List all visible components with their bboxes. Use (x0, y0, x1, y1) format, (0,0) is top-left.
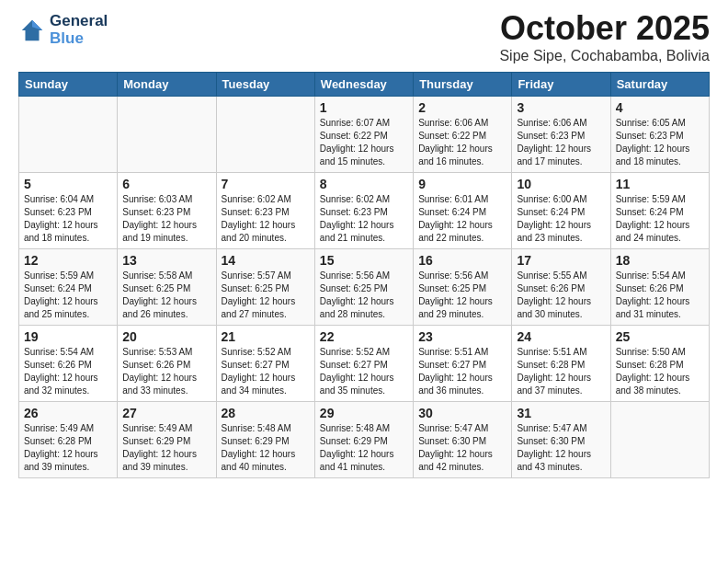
day-number: 29 (320, 406, 408, 420)
day-info: Sunrise: 6:04 AM Sunset: 6:23 PM Dayligh… (24, 193, 112, 245)
day-number: 3 (517, 100, 605, 115)
calendar-cell: 27Sunrise: 5:49 AM Sunset: 6:29 PM Dayli… (118, 402, 216, 478)
logo-icon (18, 17, 46, 44)
calendar-cell: 14Sunrise: 5:57 AM Sunset: 6:25 PM Dayli… (216, 249, 314, 326)
day-number: 9 (418, 177, 506, 191)
calendar-cell: 1Sunrise: 6:07 AM Sunset: 6:22 PM Daylig… (314, 97, 413, 173)
weekday-header-row: SundayMondayTuesdayWednesdayThursdayFrid… (19, 73, 710, 97)
calendar-cell: 10Sunrise: 6:00 AM Sunset: 6:24 PM Dayli… (512, 173, 610, 249)
day-number: 8 (320, 177, 408, 191)
logo-text-line2: Blue (50, 30, 108, 48)
day-number: 19 (24, 329, 112, 344)
title-section: October 2025 Sipe Sipe, Cochabamba, Boli… (499, 9, 710, 64)
calendar-cell: 28Sunrise: 5:48 AM Sunset: 6:29 PM Dayli… (216, 402, 314, 478)
day-number: 14 (222, 253, 310, 268)
day-number: 23 (418, 329, 506, 344)
day-info: Sunrise: 5:59 AM Sunset: 6:24 PM Dayligh… (24, 270, 112, 321)
day-number: 18 (616, 253, 704, 268)
calendar-cell: 24Sunrise: 5:51 AM Sunset: 6:28 PM Dayli… (512, 326, 610, 402)
calendar-cell: 30Sunrise: 5:47 AM Sunset: 6:30 PM Dayli… (414, 402, 512, 478)
day-info: Sunrise: 5:59 AM Sunset: 6:24 PM Dayligh… (616, 193, 704, 245)
day-info: Sunrise: 5:49 AM Sunset: 6:29 PM Dayligh… (122, 422, 210, 474)
weekday-header-wednesday: Wednesday (314, 73, 413, 97)
calendar-cell: 25Sunrise: 5:50 AM Sunset: 6:28 PM Dayli… (610, 326, 709, 402)
day-info: Sunrise: 6:02 AM Sunset: 6:23 PM Dayligh… (320, 193, 408, 245)
day-info: Sunrise: 5:54 AM Sunset: 6:26 PM Dayligh… (24, 346, 112, 397)
day-number: 4 (616, 100, 704, 115)
day-number: 24 (517, 329, 605, 344)
day-number: 6 (122, 177, 210, 191)
day-info: Sunrise: 6:06 AM Sunset: 6:22 PM Dayligh… (418, 117, 506, 168)
day-info: Sunrise: 5:56 AM Sunset: 6:25 PM Dayligh… (320, 270, 408, 321)
weekday-header-tuesday: Tuesday (216, 73, 314, 97)
day-info: Sunrise: 5:52 AM Sunset: 6:27 PM Dayligh… (222, 346, 310, 397)
calendar-cell: 5Sunrise: 6:04 AM Sunset: 6:23 PM Daylig… (19, 173, 118, 249)
day-info: Sunrise: 5:52 AM Sunset: 6:27 PM Dayligh… (320, 346, 408, 397)
calendar-cell: 16Sunrise: 5:56 AM Sunset: 6:25 PM Dayli… (414, 249, 512, 326)
day-info: Sunrise: 6:03 AM Sunset: 6:23 PM Dayligh… (122, 193, 210, 245)
day-info: Sunrise: 6:05 AM Sunset: 6:23 PM Dayligh… (616, 117, 704, 168)
day-number: 26 (24, 406, 112, 420)
day-number: 13 (122, 253, 210, 268)
calendar-cell: 13Sunrise: 5:58 AM Sunset: 6:25 PM Dayli… (118, 249, 216, 326)
calendar-cell (610, 402, 709, 478)
weekday-header-sunday: Sunday (19, 73, 118, 97)
day-info: Sunrise: 5:48 AM Sunset: 6:29 PM Dayligh… (320, 422, 408, 474)
calendar-cell: 6Sunrise: 6:03 AM Sunset: 6:23 PM Daylig… (118, 173, 216, 249)
day-number: 7 (222, 177, 310, 191)
calendar-cell: 8Sunrise: 6:02 AM Sunset: 6:23 PM Daylig… (314, 173, 413, 249)
day-info: Sunrise: 6:01 AM Sunset: 6:24 PM Dayligh… (418, 193, 506, 245)
day-number: 5 (24, 177, 112, 191)
day-number: 31 (517, 406, 605, 420)
calendar-cell: 15Sunrise: 5:56 AM Sunset: 6:25 PM Dayli… (314, 249, 413, 326)
day-number: 16 (418, 253, 506, 268)
day-info: Sunrise: 6:00 AM Sunset: 6:24 PM Dayligh… (517, 193, 605, 245)
day-number: 17 (517, 253, 605, 268)
logo: General Blue (18, 13, 108, 47)
calendar-cell: 2Sunrise: 6:06 AM Sunset: 6:22 PM Daylig… (414, 97, 512, 173)
calendar-cell: 20Sunrise: 5:53 AM Sunset: 6:26 PM Dayli… (118, 326, 216, 402)
calendar-week-3: 12Sunrise: 5:59 AM Sunset: 6:24 PM Dayli… (19, 249, 710, 326)
calendar-cell (118, 97, 216, 173)
day-number: 28 (222, 406, 310, 420)
day-number: 22 (320, 329, 408, 344)
day-info: Sunrise: 5:51 AM Sunset: 6:27 PM Dayligh… (418, 346, 506, 397)
calendar-cell: 22Sunrise: 5:52 AM Sunset: 6:27 PM Dayli… (314, 326, 413, 402)
weekday-header-monday: Monday (118, 73, 216, 97)
day-info: Sunrise: 5:53 AM Sunset: 6:26 PM Dayligh… (122, 346, 210, 397)
day-number: 20 (122, 329, 210, 344)
calendar-cell: 9Sunrise: 6:01 AM Sunset: 6:24 PM Daylig… (414, 173, 512, 249)
calendar-cell: 7Sunrise: 6:02 AM Sunset: 6:23 PM Daylig… (216, 173, 314, 249)
calendar-cell (216, 97, 314, 173)
day-number: 2 (418, 100, 506, 115)
day-number: 11 (616, 177, 704, 191)
day-info: Sunrise: 5:55 AM Sunset: 6:26 PM Dayligh… (517, 270, 605, 321)
day-info: Sunrise: 5:47 AM Sunset: 6:30 PM Dayligh… (517, 422, 605, 474)
day-info: Sunrise: 5:54 AM Sunset: 6:26 PM Dayligh… (616, 270, 704, 321)
month-title: October 2025 (499, 9, 710, 48)
location-subtitle: Sipe Sipe, Cochabamba, Bolivia (499, 48, 710, 64)
weekday-header-friday: Friday (512, 73, 610, 97)
day-number: 15 (320, 253, 408, 268)
day-number: 27 (122, 406, 210, 420)
day-number: 10 (517, 177, 605, 191)
calendar-cell: 17Sunrise: 5:55 AM Sunset: 6:26 PM Dayli… (512, 249, 610, 326)
day-info: Sunrise: 5:47 AM Sunset: 6:30 PM Dayligh… (418, 422, 506, 474)
calendar-week-4: 19Sunrise: 5:54 AM Sunset: 6:26 PM Dayli… (19, 326, 710, 402)
calendar-cell: 3Sunrise: 6:06 AM Sunset: 6:23 PM Daylig… (512, 97, 610, 173)
day-info: Sunrise: 5:57 AM Sunset: 6:25 PM Dayligh… (222, 270, 310, 321)
day-info: Sunrise: 5:56 AM Sunset: 6:25 PM Dayligh… (418, 270, 506, 321)
calendar-cell: 12Sunrise: 5:59 AM Sunset: 6:24 PM Dayli… (19, 249, 118, 326)
calendar-cell: 11Sunrise: 5:59 AM Sunset: 6:24 PM Dayli… (610, 173, 709, 249)
calendar-cell: 29Sunrise: 5:48 AM Sunset: 6:29 PM Dayli… (314, 402, 413, 478)
weekday-header-saturday: Saturday (610, 73, 709, 97)
day-info: Sunrise: 6:02 AM Sunset: 6:23 PM Dayligh… (222, 193, 310, 245)
calendar-cell: 26Sunrise: 5:49 AM Sunset: 6:28 PM Dayli… (19, 402, 118, 478)
calendar-cell: 23Sunrise: 5:51 AM Sunset: 6:27 PM Dayli… (414, 326, 512, 402)
weekday-header-thursday: Thursday (414, 73, 512, 97)
calendar-cell: 18Sunrise: 5:54 AM Sunset: 6:26 PM Dayli… (610, 249, 709, 326)
day-number: 30 (418, 406, 506, 420)
main-container: General Blue October 2025 Sipe Sipe, Coc… (0, 0, 728, 488)
calendar-week-1: 1Sunrise: 6:07 AM Sunset: 6:22 PM Daylig… (19, 97, 710, 173)
day-info: Sunrise: 5:51 AM Sunset: 6:28 PM Dayligh… (517, 346, 605, 397)
